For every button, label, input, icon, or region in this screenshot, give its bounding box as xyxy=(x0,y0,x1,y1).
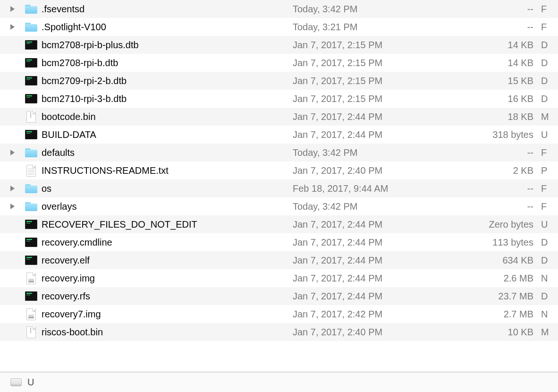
file-icon-cell xyxy=(22,219,41,230)
archive-file-icon xyxy=(25,111,38,122)
file-size: -- xyxy=(439,22,541,33)
file-kind: D xyxy=(541,237,558,248)
file-name[interactable]: recovery7.img xyxy=(41,309,293,320)
disclosure-cell[interactable] xyxy=(0,6,22,12)
folder-icon xyxy=(25,21,38,33)
file-kind: D xyxy=(541,255,558,266)
file-name[interactable]: bootcode.bin xyxy=(41,111,293,122)
file-name[interactable]: bcm2710-rpi-3-b.dtb xyxy=(41,94,293,104)
path-bar: U xyxy=(0,372,558,392)
file-icon-cell xyxy=(22,290,41,302)
file-name[interactable]: recovery.elf xyxy=(41,255,293,266)
file-row[interactable]: recovery.cmdlineJan 7, 2017, 2:44 PM113 … xyxy=(0,233,558,251)
file-row[interactable]: bcm2708-rpi-b-plus.dtbJan 7, 2017, 2:15 … xyxy=(0,36,558,54)
file-kind: U xyxy=(541,129,558,140)
file-name[interactable]: .Spotlight-V100 xyxy=(41,22,293,33)
file-name[interactable]: BUILD-DATA xyxy=(41,129,293,140)
file-date-modified: Jan 7, 2017, 2:44 PM xyxy=(293,219,439,230)
file-kind: D xyxy=(541,291,558,302)
unix-executable-icon xyxy=(25,39,38,51)
folder-icon xyxy=(25,201,38,212)
disclosure-triangle-icon[interactable] xyxy=(10,186,15,191)
file-kind: F xyxy=(541,183,558,194)
file-icon-cell xyxy=(22,255,41,266)
file-name[interactable]: bcm2708-rpi-b.dtb xyxy=(41,58,293,68)
file-size: -- xyxy=(439,147,541,158)
disclosure-cell[interactable] xyxy=(0,24,22,30)
file-row[interactable]: recovery7.imgJan 7, 2017, 2:42 PM2.7 MBN xyxy=(0,305,558,323)
file-size: 634 KB xyxy=(439,255,541,266)
file-row[interactable]: .fseventsdToday, 3:42 PM--F xyxy=(0,0,558,18)
file-row[interactable]: riscos-boot.binJan 7, 2017, 2:40 PM10 KB… xyxy=(0,323,558,341)
file-row[interactable]: recovery.rfsJan 7, 2017, 2:44 PM23.7 MBD xyxy=(0,287,558,305)
file-row[interactable]: INSTRUCTIONS-README.txtJan 7, 2017, 2:40… xyxy=(0,162,558,179)
file-kind: F xyxy=(541,201,558,212)
disclosure-cell[interactable] xyxy=(0,186,22,191)
file-icon-cell xyxy=(22,237,41,248)
disclosure-triangle-icon[interactable] xyxy=(10,24,15,30)
file-name[interactable]: .fseventsd xyxy=(41,4,293,15)
disk-image-icon xyxy=(25,308,38,320)
file-kind: M xyxy=(541,327,558,338)
file-date-modified: Feb 18, 2017, 9:44 AM xyxy=(293,183,439,194)
file-size: 113 bytes xyxy=(439,237,541,248)
disclosure-cell[interactable] xyxy=(0,204,22,209)
file-icon-cell xyxy=(22,165,41,176)
disclosure-cell[interactable] xyxy=(0,150,22,155)
file-name[interactable]: riscos-boot.bin xyxy=(41,327,293,338)
finder-window: .fseventsdToday, 3:42 PM--F.Spotlight-V1… xyxy=(0,0,558,392)
file-name[interactable]: defaults xyxy=(41,147,293,158)
file-row[interactable]: osFeb 18, 2017, 9:44 AM--F xyxy=(0,179,558,197)
file-row[interactable]: recovery.elfJan 7, 2017, 2:44 PM634 KBD xyxy=(0,251,558,269)
file-name[interactable]: INSTRUCTIONS-README.txt xyxy=(41,165,293,176)
file-size: -- xyxy=(439,4,541,15)
unix-executable-icon xyxy=(25,237,38,248)
file-icon-cell xyxy=(22,147,41,158)
file-row[interactable]: RECOVERY_FILES_DO_NOT_EDITJan 7, 2017, 2… xyxy=(0,215,558,233)
file-row[interactable]: bootcode.binJan 7, 2017, 2:44 PM18 KBM xyxy=(0,108,558,126)
file-date-modified: Today, 3:42 PM xyxy=(293,147,439,158)
file-icon-cell xyxy=(22,111,41,122)
unix-executable-icon xyxy=(25,57,38,68)
unix-executable-icon xyxy=(25,290,38,302)
file-name[interactable]: bcm2709-rpi-2-b.dtb xyxy=(41,76,293,86)
file-kind: D xyxy=(541,94,558,104)
disclosure-triangle-icon[interactable] xyxy=(10,6,15,12)
file-date-modified: Jan 7, 2017, 2:44 PM xyxy=(293,273,439,284)
folder-icon xyxy=(25,3,38,15)
file-name[interactable]: os xyxy=(41,183,293,194)
file-row[interactable]: bcm2710-rpi-3-b.dtbJan 7, 2017, 2:15 PM1… xyxy=(0,90,558,108)
disclosure-triangle-icon[interactable] xyxy=(10,204,15,209)
file-row[interactable]: defaultsToday, 3:42 PM--F xyxy=(0,144,558,162)
file-size: 16 KB xyxy=(439,94,541,104)
file-name[interactable]: RECOVERY_FILES_DO_NOT_EDIT xyxy=(41,219,293,230)
file-icon-cell xyxy=(22,21,41,33)
file-date-modified: Today, 3:42 PM xyxy=(293,4,439,15)
file-size: 18 KB xyxy=(439,111,541,122)
file-name[interactable]: recovery.img xyxy=(41,273,293,284)
file-kind: N xyxy=(541,309,558,320)
file-name[interactable]: bcm2708-rpi-b-plus.dtb xyxy=(41,40,293,51)
unix-executable-icon xyxy=(25,75,38,86)
path-bar-volume-label[interactable]: U xyxy=(27,377,34,388)
file-date-modified: Jan 7, 2017, 2:44 PM xyxy=(293,291,439,302)
file-row[interactable]: recovery.imgJan 7, 2017, 2:44 PM2.6 MBN xyxy=(0,269,558,287)
file-date-modified: Today, 3:42 PM xyxy=(293,201,439,212)
file-date-modified: Jan 7, 2017, 2:44 PM xyxy=(293,111,439,122)
disclosure-triangle-icon[interactable] xyxy=(10,150,15,155)
file-row[interactable]: bcm2708-rpi-b.dtbJan 7, 2017, 2:15 PM14 … xyxy=(0,54,558,72)
file-list[interactable]: .fseventsdToday, 3:42 PM--F.Spotlight-V1… xyxy=(0,0,558,361)
file-name[interactable]: overlays xyxy=(41,201,293,212)
volume-icon xyxy=(9,377,23,388)
file-size: 318 bytes xyxy=(439,129,541,140)
file-row[interactable]: BUILD-DATAJan 7, 2017, 2:44 PM318 bytesU xyxy=(0,126,558,144)
file-row[interactable]: .Spotlight-V100Today, 3:21 PM--F xyxy=(0,18,558,36)
file-row[interactable]: overlaysToday, 3:42 PM--F xyxy=(0,197,558,215)
file-kind: F xyxy=(541,147,558,158)
file-row[interactable]: bcm2709-rpi-2-b.dtbJan 7, 2017, 2:15 PM1… xyxy=(0,72,558,90)
file-name[interactable]: recovery.cmdline xyxy=(41,237,293,248)
file-name[interactable]: recovery.rfs xyxy=(41,291,293,302)
file-icon-cell xyxy=(22,183,41,194)
folder-icon xyxy=(25,147,38,158)
unix-executable-icon xyxy=(25,219,38,230)
